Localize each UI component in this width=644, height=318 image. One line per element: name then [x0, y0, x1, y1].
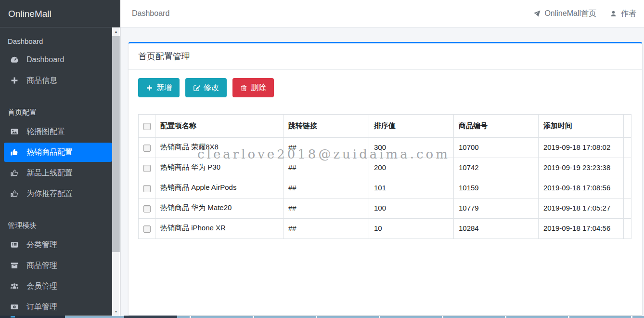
- plus-icon: [146, 84, 153, 92]
- table-cell-spacer: [624, 158, 631, 178]
- sidebar-section-header: 管理模块: [0, 205, 120, 235]
- sidebar-item-label: 会员管理: [26, 281, 57, 292]
- sidebar-item[interactable]: 分类管理: [4, 235, 112, 254]
- sidebar-item-label: 轮播图配置: [26, 127, 65, 137]
- sidebar-item[interactable]: 热销商品配置: [4, 143, 112, 162]
- table-row: 热销商品 Apple AirPods##101101592019-09-18 1…: [139, 178, 631, 199]
- table-cell: 2019-09-18 17:05:27: [539, 199, 624, 219]
- table-cell: 300: [369, 138, 454, 158]
- table-cell: 10284: [454, 219, 539, 239]
- scrollbar-thumb[interactable]: [112, 36, 120, 252]
- table-cell: 2019-09-18 17:04:56: [539, 219, 624, 239]
- author-link[interactable]: 作者: [610, 9, 636, 19]
- thumbs-outline-icon: [10, 189, 19, 198]
- trash-icon: [240, 84, 247, 92]
- topbar-links: OnlineMall首页 作者: [533, 9, 636, 19]
- sidebar-item[interactable]: 轮播图配置: [4, 122, 112, 141]
- table-row: 热销商品 荣耀8X8##300107002019-09-18 17:08:02: [139, 138, 631, 158]
- edit-button[interactable]: 修改: [185, 78, 227, 97]
- sidebar-item-label: 商品信息: [26, 76, 57, 86]
- sidebar-item-label: 分类管理: [26, 240, 57, 250]
- delete-button[interactable]: 删除: [232, 78, 274, 97]
- sidebar-item-label: 订单管理: [26, 302, 57, 312]
- sidebar-item[interactable]: 为你推荐配置: [4, 184, 112, 203]
- top-navbar: Dashboard OnlineMall首页 作者: [120, 0, 644, 27]
- sidebar-item[interactable]: 商品信息: [4, 71, 112, 90]
- table-cell: ##: [283, 199, 369, 219]
- thumbs-filled-icon: [10, 148, 19, 157]
- row-checkbox[interactable]: [143, 225, 151, 233]
- sidebar-section: DashboardDashboard商品信息: [0, 27, 120, 90]
- author-link-label: 作者: [621, 9, 636, 19]
- table-cell: 热销商品 荣耀8X8: [155, 138, 283, 158]
- table-cell: ##: [283, 138, 369, 158]
- sidebar-item-label: 商品管理: [26, 261, 57, 271]
- table-cell: 10779: [454, 199, 539, 219]
- table-cell: ##: [283, 178, 369, 199]
- row-checkbox[interactable]: [143, 165, 151, 172]
- sidebar-item[interactable]: Dashboard: [4, 50, 112, 69]
- sidebar-item[interactable]: 新品上线配置: [4, 163, 112, 183]
- user-icon: [610, 10, 617, 17]
- table-cell: ##: [283, 219, 369, 239]
- sidebar-item[interactable]: 订单管理: [4, 297, 112, 317]
- table-cell-spacer: [624, 138, 631, 158]
- tachometer-icon: [10, 55, 19, 64]
- table-cell: 10700: [454, 138, 539, 158]
- column-header: 配置项名称: [155, 115, 283, 138]
- content-area: 首页配置管理 新增修改删除 配置项名称 跳转链接 排序值 商品编号 添加时间: [120, 27, 644, 316]
- sidebar-item[interactable]: 会员管理: [4, 277, 112, 296]
- scroll-down-button[interactable]: ▼: [112, 307, 120, 316]
- taskbar-icon: [11, 316, 15, 318]
- brand-logo[interactable]: OnlineMall: [0, 0, 120, 27]
- sidebar-section-header: 首页配置: [0, 92, 120, 122]
- table-cell: 热销商品 华为 P30: [155, 158, 283, 178]
- sidebar-nav: DashboardDashboard商品信息首页配置轮播图配置热销商品配置新品上…: [0, 27, 120, 317]
- table-cell-spacer: [624, 219, 631, 239]
- row-checkbox[interactable]: [143, 205, 151, 212]
- scroll-up-button[interactable]: ▲: [112, 27, 120, 36]
- sidebar-item-label: 热销商品配置: [26, 147, 73, 158]
- users-icon: [10, 282, 19, 291]
- home-link-label: OnlineMall首页: [544, 9, 596, 19]
- table-cell: 热销商品 Apple AirPods: [155, 178, 283, 199]
- thumbs-outline-icon: [10, 169, 19, 177]
- toolbar: 新增修改删除: [138, 78, 632, 97]
- table-cell: 101: [369, 178, 454, 199]
- table-cell-spacer: [624, 178, 631, 199]
- add-button[interactable]: 新增: [138, 78, 180, 97]
- sidebar-section-header: Dashboard: [0, 27, 120, 50]
- table-cell: 热销商品 iPhone XR: [155, 219, 283, 239]
- table-cell: 10: [369, 219, 454, 239]
- column-header: 跳转链接: [283, 115, 369, 138]
- table-header-row: 配置项名称 跳转链接 排序值 商品编号 添加时间: [139, 115, 631, 138]
- config-table: 配置项名称 跳转链接 排序值 商品编号 添加时间 热销商品 荣耀8X8##300…: [138, 114, 631, 239]
- edit-icon: [193, 84, 200, 92]
- button-label: 删除: [251, 83, 266, 93]
- row-checkbox[interactable]: [143, 185, 151, 192]
- money-icon: [10, 303, 19, 311]
- table-cell: 2019-09-18 17:08:56: [539, 178, 624, 199]
- card-body: 新增修改删除 配置项名称 跳转链接 排序值 商品编号 添加时间: [129, 70, 642, 247]
- card-header: 首页配置管理: [129, 43, 642, 70]
- box-icon: [10, 261, 19, 270]
- image-icon: [10, 127, 19, 136]
- row-checkbox[interactable]: [143, 145, 151, 152]
- taskbar-segment: [124, 316, 177, 318]
- home-link[interactable]: OnlineMall首页: [533, 9, 596, 19]
- sidebar-item[interactable]: 商品管理: [4, 256, 112, 275]
- table-row: 热销商品 华为 P30##200107422019-09-19 23:23:38: [139, 158, 631, 178]
- sidebar-item-label: 为你推荐配置: [26, 189, 73, 199]
- breadcrumb: Dashboard: [132, 9, 169, 18]
- sidebar-item-label: 新品上线配置: [26, 168, 73, 178]
- taskbar-strip: [0, 316, 644, 318]
- page-title: 首页配置管理: [138, 52, 190, 61]
- column-header: 商品编号: [454, 115, 539, 138]
- table-cell: 2019-09-18 17:08:02: [539, 138, 624, 158]
- select-all-checkbox[interactable]: [143, 123, 151, 130]
- config-card: 首页配置管理 新增修改删除 配置项名称 跳转链接 排序值 商品编号 添加时间: [129, 42, 642, 315]
- table-cell: 热销商品 华为 Mate20: [155, 199, 283, 219]
- sidebar-item-label: Dashboard: [26, 55, 64, 64]
- sidebar-scrollbar: ▲ ▼: [112, 27, 120, 316]
- sidebar-section: 管理模块分类管理商品管理会员管理订单管理: [0, 205, 120, 317]
